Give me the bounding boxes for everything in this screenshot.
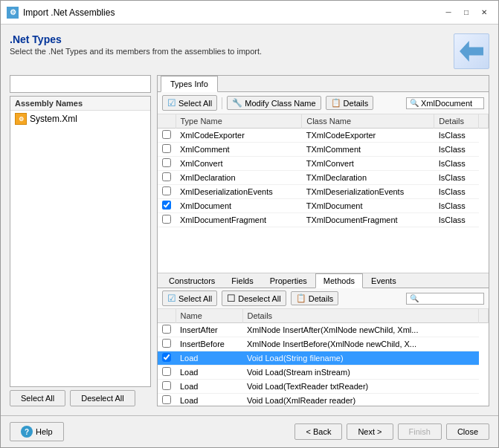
methods-select-all-button[interactable]: ☑ Select All [162, 290, 217, 306]
method-checkbox-cell[interactable] [158, 323, 176, 337]
methods-table: Name Details InsertAfter XmlNode InsertA… [158, 309, 489, 406]
method-checkbox[interactable] [162, 395, 171, 404]
type-checkbox[interactable] [162, 172, 171, 181]
header-icon [454, 33, 489, 69]
type-checkbox[interactable] [162, 201, 171, 210]
type-details-cell: IsClass [434, 143, 479, 157]
method-checkbox-cell[interactable] [158, 366, 176, 380]
types-col-scroll [479, 114, 489, 129]
method-checkbox-cell[interactable] [158, 394, 176, 406]
type-name-cell: XmlDocumentFragment [176, 213, 302, 227]
arrow-icon [460, 41, 483, 62]
types-col-check [158, 114, 176, 129]
method-checkbox[interactable] [162, 367, 171, 376]
method-details-cell: Void Load(TextReader txtReader) [242, 380, 479, 394]
minimize-button[interactable]: ─ [440, 4, 457, 21]
type-class-cell: TXmlConvert [302, 157, 434, 171]
types-details-label: Details [344, 99, 369, 108]
types-search-input[interactable] [421, 99, 480, 108]
left-bottom-buttons: Select All Deselect All [10, 390, 151, 406]
maximize-button[interactable]: □ [458, 4, 474, 21]
type-name-cell: XmlDeclaration [176, 171, 302, 185]
tab-properties[interactable]: Properties [262, 273, 315, 288]
methods-col-scroll [479, 309, 489, 323]
methods-col-check [158, 309, 176, 323]
table-row: XmlComment TXmlComment IsClass [158, 143, 489, 157]
deselect-all-button[interactable]: Deselect All [70, 390, 135, 406]
type-checkbox[interactable] [162, 186, 171, 195]
methods-details-button[interactable]: 📋 Details [291, 291, 339, 305]
method-name-cell: Load [176, 394, 242, 406]
type-checkbox-cell[interactable] [158, 199, 176, 213]
assembly-search-input[interactable] [10, 75, 151, 93]
type-class-cell: TXmlDeserializationEvents [302, 185, 434, 199]
type-checkbox[interactable] [162, 215, 171, 224]
type-name-cell: XmlDeserializationEvents [176, 185, 302, 199]
table-row: XmlConvert TXmlConvert IsClass [158, 157, 489, 171]
types-col-details: Details [434, 114, 479, 129]
type-checkbox-cell[interactable] [158, 157, 176, 171]
main-panels: Assembly Names ⚙ System.Xml Select All D… [10, 75, 489, 406]
type-details-cell: IsClass [434, 185, 479, 199]
type-checkbox[interactable] [162, 144, 171, 153]
type-name-cell: XmlConvert [176, 157, 302, 171]
types-search-box[interactable]: 🔍 [406, 97, 484, 109]
back-button[interactable]: < Back [294, 423, 342, 440]
method-checkbox[interactable] [162, 339, 171, 348]
type-checkbox[interactable] [162, 158, 171, 167]
tab-fields[interactable]: Fields [223, 273, 261, 288]
types-search-icon: 🔍 [410, 99, 419, 107]
close-button[interactable]: ✕ [476, 4, 492, 21]
type-checkbox-cell[interactable] [158, 185, 176, 199]
type-checkbox-cell[interactable] [158, 143, 176, 157]
main-window: ⚙ Import .Net Assemblies ─ □ ✕ .Net Type… [0, 0, 499, 448]
tab-events[interactable]: Events [363, 273, 405, 288]
methods-deselect-all-button[interactable]: ☐ Deselect All [222, 290, 286, 306]
method-checkbox-cell[interactable] [158, 380, 176, 394]
list-item[interactable]: ⚙ System.Xml [10, 111, 150, 127]
method-details-cell: XmlNode InsertAfter(XmlNode newChild, Xm… [242, 323, 479, 337]
method-checkbox[interactable] [162, 381, 171, 390]
page-subtitle: Select the .Net Types and its members fr… [10, 47, 262, 56]
header-text: .Net Types Select the .Net Types and its… [10, 33, 262, 56]
type-checkbox-cell[interactable] [158, 129, 176, 143]
tab-constructors[interactable]: Constructors [161, 273, 223, 288]
tab-types-info[interactable]: Types Info [161, 76, 218, 92]
types-details-icon: 📋 [331, 98, 341, 108]
table-row: Load Void Load(String filename) [158, 351, 489, 366]
next-button[interactable]: Next > [347, 423, 393, 440]
type-checkbox[interactable] [162, 130, 171, 139]
tab-methods[interactable]: Methods [315, 273, 363, 288]
methods-search-box[interactable]: 🔍 [406, 293, 484, 305]
method-checkbox-cell[interactable] [158, 351, 176, 366]
close-button-bottom[interactable]: Close [446, 423, 489, 440]
finish-button[interactable]: Finish [398, 423, 442, 440]
help-label: Help [36, 427, 53, 436]
types-section: ☑ Select All 🔧 Modify Class Name 📋 Detai… [158, 92, 489, 273]
type-checkbox-cell[interactable] [158, 213, 176, 227]
method-checkbox[interactable] [162, 353, 171, 362]
types-select-all-button[interactable]: ☑ Select All [162, 95, 217, 111]
method-checkbox[interactable] [162, 325, 171, 334]
modify-class-icon: 🔧 [232, 98, 242, 108]
select-all-button[interactable]: Select All [10, 390, 65, 406]
type-details-cell: IsClass [434, 199, 479, 213]
type-details-cell: IsClass [434, 213, 479, 227]
type-class-cell: TXmlCodeExporter [302, 129, 434, 143]
methods-details-label: Details [309, 294, 334, 303]
method-name-cell: InsertBefore [176, 337, 242, 351]
help-button[interactable]: ? Help [10, 422, 64, 441]
table-row: Load Void Load(XmlReader reader) [158, 394, 489, 406]
types-details-button[interactable]: 📋 Details [326, 96, 374, 110]
modify-class-button[interactable]: 🔧 Modify Class Name [227, 96, 321, 110]
type-class-cell: TXmlDocumentFragment [302, 213, 434, 227]
type-name-cell: XmlCodeExporter [176, 129, 302, 143]
methods-toolbar: ☑ Select All ☐ Deselect All 📋 Details [158, 288, 489, 309]
type-checkbox-cell[interactable] [158, 171, 176, 185]
table-row: XmlDocumentFragment TXmlDocumentFragment… [158, 213, 489, 227]
methods-col-details: Details [242, 309, 479, 323]
method-checkbox-cell[interactable] [158, 337, 176, 351]
methods-search-input[interactable] [421, 294, 480, 303]
types-toolbar: ☑ Select All 🔧 Modify Class Name 📋 Detai… [158, 92, 489, 114]
methods-col-name: Name [176, 309, 242, 323]
